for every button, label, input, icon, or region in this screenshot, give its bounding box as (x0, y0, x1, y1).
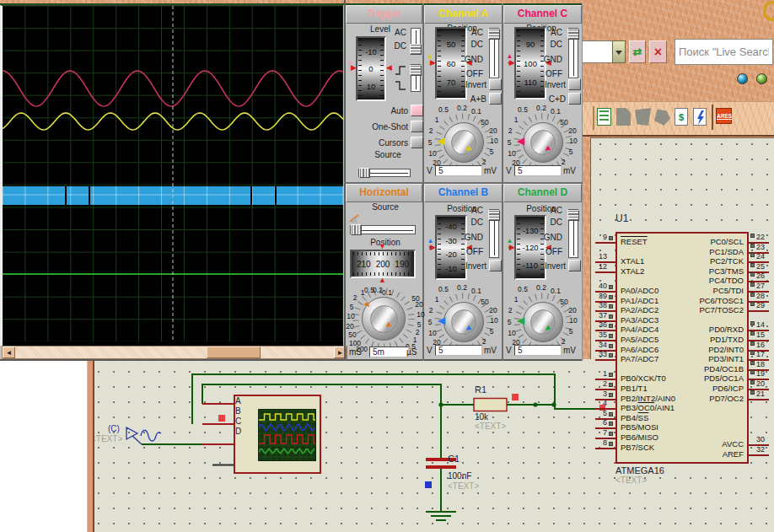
channel-b-position-meter-value: -30 (445, 237, 457, 245)
meter-pointer-icon: ▶ (509, 59, 515, 67)
pin-6-name: PB5/MOSI (621, 423, 705, 432)
pin-32-stub[interactable] (749, 454, 769, 456)
capacitor-plate[interactable] (426, 465, 456, 469)
auto-button[interactable] (411, 105, 423, 116)
pin-35-number: 35 (588, 330, 607, 339)
pin-19-number: 19 (756, 369, 773, 378)
chip-ref[interactable]: U1 (615, 214, 628, 223)
channel-d-invert-button[interactable] (568, 260, 581, 271)
pin-4-number: 4 (588, 399, 607, 407)
channel-a-coupling-slider-thumb[interactable] (488, 29, 500, 40)
channel-d-coupling-slider-thumb[interactable] (567, 210, 579, 221)
one-shot-button[interactable] (411, 121, 423, 132)
channel-d-gain-knob[interactable] (523, 302, 563, 342)
timebase-knob-scale: 10 (417, 311, 424, 318)
channel-c-gain-knob-hub (530, 130, 556, 155)
channel-b-coupling-slider-thumb[interactable] (488, 210, 500, 221)
channel-a-coupling-slider[interactable] (489, 28, 499, 78)
resistor-body[interactable] (474, 399, 507, 411)
resistor-value[interactable]: 10k (475, 413, 488, 422)
channel-c-gain-knob-scale: 50 (560, 119, 567, 126)
channel-a-sum-button[interactable] (489, 93, 502, 105)
timebase-value-input[interactable]: 5m (369, 347, 409, 357)
scroll-left-button[interactable]: ◄ (3, 347, 15, 358)
trigger-coupling-slider-thumb[interactable] (410, 44, 422, 55)
chip-text-placeholder: <TEXT> (615, 476, 647, 485)
pin-terminal-icon (609, 285, 613, 289)
timebase-knob-scale: 20 (415, 301, 422, 308)
pin-29-stub[interactable] (749, 310, 769, 312)
channel-c-coupling-slider-thumb[interactable] (567, 29, 579, 40)
capacitor-ref[interactable]: C1 (448, 454, 460, 464)
pin-1-number: 1 (588, 369, 607, 378)
pin-36-number: 36 (588, 320, 607, 329)
channel-c-gain-knob[interactable] (523, 122, 563, 163)
voltage-marker[interactable] (425, 481, 432, 488)
signal-generator[interactable] (126, 427, 161, 444)
channel-a-gain-knob-scale: 5 (428, 139, 433, 146)
pin-terminal-icon (609, 373, 613, 377)
channel-d-gain-knob-scale: 10 (508, 330, 515, 336)
resistor-ref[interactable]: R1 (475, 385, 486, 395)
channel-d-coupling-slider[interactable] (568, 209, 578, 258)
channel-c-invert-button[interactable] (568, 78, 581, 90)
trigger-edge-slider[interactable] (411, 64, 421, 92)
channel-b-gain-knob[interactable] (443, 302, 484, 342)
channel-a-gain-knob[interactable] (443, 122, 484, 163)
channel-b-invert-button[interactable] (489, 260, 502, 271)
channel-b-coupling-slider[interactable] (489, 209, 499, 258)
pin-9-stub[interactable] (595, 242, 615, 244)
channel-c-coupling-slider[interactable] (568, 28, 578, 78)
trigger-edge-slider-thumb[interactable] (410, 65, 422, 76)
horizontal-position-meter[interactable]: 210200190 (350, 250, 416, 278)
capacitor-value[interactable]: 100nF (448, 472, 471, 481)
trigger-level-meter-value: 0 (368, 65, 373, 73)
chip-value[interactable]: ATMEGA16 (615, 466, 664, 475)
trigger-source-slider[interactable] (358, 169, 411, 177)
horizontal-position-value: 190 (395, 261, 409, 268)
pin-23-number: 23 (756, 243, 773, 251)
voltage-marker[interactable] (512, 394, 519, 400)
pin-22-number: 22 (756, 233, 773, 241)
pin-17-name: PD3/INT1 (632, 355, 744, 363)
channel-b-position-meter-value: -10 (445, 265, 457, 272)
channel-c-position-meter-value: 100 (524, 60, 537, 67)
pin-15-name: PD1/TXD (632, 336, 744, 344)
trigger-level-meter[interactable]: -10010 (356, 36, 386, 101)
channel-b-value-input[interactable]: 5 (435, 345, 482, 356)
pin-terminal-icon (750, 234, 755, 238)
mini-scope-input-a: A (235, 396, 245, 406)
pin-terminal-icon (609, 314, 613, 319)
trigger-source-slider-thumb[interactable] (359, 168, 370, 178)
trigger-coupling-slider[interactable] (411, 28, 421, 55)
pin-16-number: 16 (756, 341, 773, 349)
pin-20-number: 20 (756, 379, 773, 388)
scrollbar-thumb[interactable] (207, 347, 261, 358)
pin-8-stub[interactable] (595, 448, 615, 449)
pin-33-stub[interactable] (595, 359, 615, 361)
channel-a-invert-button[interactable] (489, 78, 502, 90)
channel-d-value-input[interactable]: 5 (514, 345, 562, 356)
pin-terminal-icon (750, 361, 755, 365)
component-oscilloscope[interactable]: ABCD (234, 395, 321, 474)
channel-d-gain-knob-scale: 0.2 (536, 284, 546, 291)
horizontal-source-slider-thumb[interactable] (351, 224, 362, 235)
horizontal-source-slider[interactable] (350, 225, 416, 234)
display-scrollbar[interactable]: ◄ ► (2, 346, 347, 359)
channel-d-gain-knob-scale: 1 (514, 296, 519, 303)
channel-a-gain-knob-scale: 1 (435, 116, 439, 123)
pin-39-number: 39 (588, 292, 607, 300)
channel-a-coupling-off: OFF (456, 70, 483, 78)
pin-terminal-icon (609, 412, 613, 416)
channel-a-value-input[interactable]: 5 (435, 165, 482, 176)
channel-c-gain-knob-scale: 10 (508, 150, 515, 157)
channel-a-gain-knob-scale: 0.1 (471, 108, 481, 115)
pin-12-stub[interactable] (595, 271, 615, 273)
voltage-marker[interactable] (218, 415, 225, 422)
pin-25-name: PC3/TMS (632, 267, 744, 276)
cursors-button[interactable] (411, 137, 423, 148)
channel-c-unit-left: V (506, 167, 514, 175)
pin-21-stub[interactable] (749, 399, 769, 400)
channel-c-value-input[interactable]: 5 (514, 165, 562, 176)
channel-c-sum-button[interactable] (568, 93, 581, 105)
